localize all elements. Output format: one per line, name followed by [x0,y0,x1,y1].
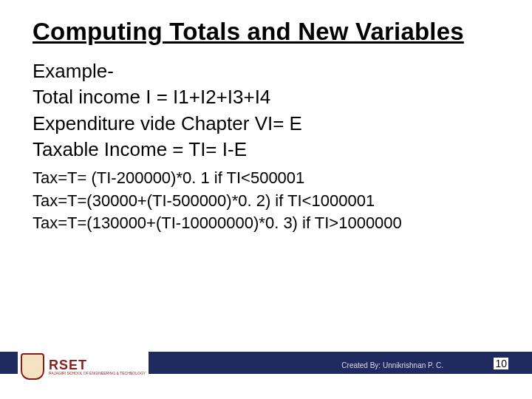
body-line: Taxable Income = TI= I-E [33,137,499,162]
slide-title: Computing Totals and New Variables [33,18,499,46]
logo: RSET RAJAGIRI SCHOOL OF ENGINEERING & TE… [18,352,149,381]
logo-subtext: RAJAGIRI SCHOOL OF ENGINEERING & TECHNOL… [49,372,146,375]
logo-text: RSET [49,358,146,372]
slide: Computing Totals and New Variables Examp… [0,0,532,399]
credit-text: Created By: Unnikrishnan P. C. [341,361,443,369]
body-line: Total income I = I1+I2+I3+I4 [33,85,499,109]
formula-line: Tax=T=(130000+(TI-10000000)*0. 3) if TI>… [33,213,499,234]
crest-icon [21,353,44,380]
formula-line: Tax=T=(30000+(TI-500000)*0. 2) if TI<100… [33,191,499,212]
page-number: 10 [494,358,508,369]
body-line: Expenditure vide Chapter VI= E [33,112,499,136]
logo-text-block: RSET RAJAGIRI SCHOOL OF ENGINEERING & TE… [49,358,146,375]
body-line: Example- [33,59,499,83]
formula-line: Tax=T= (TI-200000)*0. 1 if TI<500001 [33,168,499,189]
body-large-block: Example- Total income I = I1+I2+I3+I4 Ex… [33,59,499,162]
body-small-block: Tax=T= (TI-200000)*0. 1 if TI<500001 Tax… [33,168,499,234]
